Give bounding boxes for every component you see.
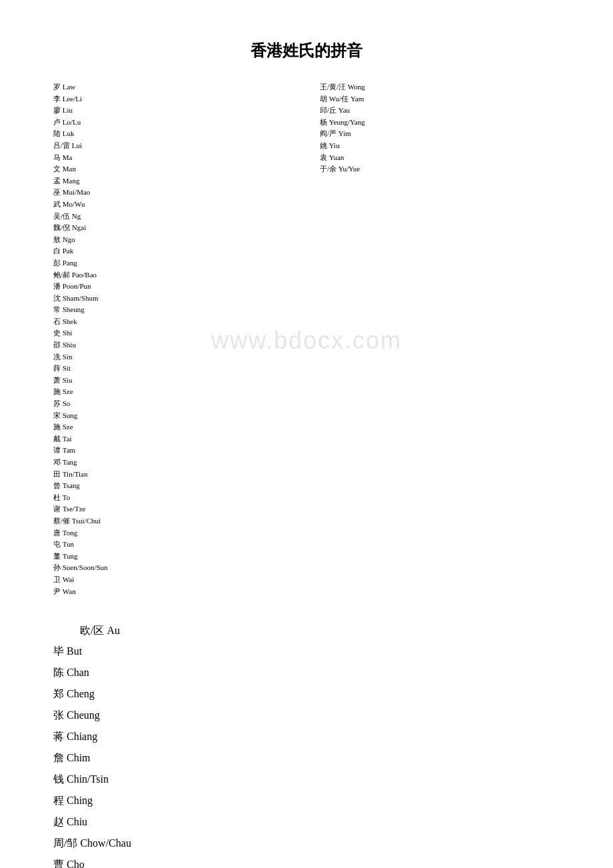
list-item: 杨 Yeung/Yang — [320, 117, 560, 129]
list-item: 沈 Sham/Shum — [53, 293, 293, 305]
top-left-col: 罗 Law李 Lee/Li廖 Liu卢 Lo/Lu陆 Luk吕/雷 Lui马 M… — [53, 81, 293, 597]
list-item: 戴 Tai — [53, 433, 293, 445]
list-item: 程 Ching — [53, 790, 560, 811]
list-item: 蔡/催 Tsui/Chui — [53, 515, 293, 527]
list-item: 姚 Yiu — [320, 140, 560, 152]
large-entries-list: 毕 But陈 Chan郑 Cheng张 Cheung蒋 Chiang詹 Chim… — [53, 641, 560, 868]
list-item: 魏/倪 Ngai — [53, 222, 293, 234]
list-item: 薛 Sit — [53, 363, 293, 375]
list-item: 胡 Wu/任 Yam — [320, 93, 560, 105]
list-item: 屯 Tun — [53, 539, 293, 551]
list-item: 毕 But — [53, 641, 560, 662]
list-item: 常 Sheung — [53, 304, 293, 316]
list-item: 阎/严 Yim — [320, 128, 560, 140]
page-title: 香港姓氏的拼音 — [53, 40, 560, 61]
list-item: 詹 Chim — [53, 747, 560, 769]
list-item: 潘 Poon/Pun — [53, 281, 293, 293]
list-item: 王/黄/汪 Wong — [320, 81, 560, 93]
list-item: 吕/雷 Lui — [53, 140, 293, 152]
list-item: 邱/丘 Yau — [320, 105, 560, 117]
list-item: 施 Sze — [53, 421, 293, 433]
list-item: 邓 Tang — [53, 457, 293, 469]
large-entries-header: 欧/区 Au — [80, 624, 560, 638]
list-item: 冼 Sin — [53, 351, 293, 363]
list-item: 蒋 Chiang — [53, 726, 560, 747]
list-item: 文 Man — [53, 163, 293, 175]
list-item: 赵 Chiu — [53, 811, 560, 833]
list-item: 马 Ma — [53, 152, 293, 164]
list-item: 武 Mo/Wu — [53, 199, 293, 211]
list-item: 杜 To — [53, 492, 293, 504]
list-item: 于/余 Yu/Yue — [320, 163, 560, 175]
list-item: 董 Tung — [53, 551, 293, 563]
list-item: 袁 Yuan — [320, 152, 560, 164]
list-item: 卫 Wai — [53, 574, 293, 586]
top-right-col: 王/黄/汪 Wong胡 Wu/任 Yam邱/丘 Yau杨 Yeung/Yang阎… — [320, 81, 560, 597]
list-item: 曾 Tsang — [53, 480, 293, 492]
list-item: 卢 Lo/Lu — [53, 117, 293, 129]
list-item: 宋 Sung — [53, 410, 293, 422]
list-item: 吴/伍 Ng — [53, 211, 293, 223]
list-item: 苏 So — [53, 398, 293, 410]
list-item: 孟 Mang — [53, 175, 293, 187]
list-item: 张 Cheung — [53, 705, 560, 726]
list-item: 施 Sze — [53, 386, 293, 398]
list-item: 石 Shek — [53, 316, 293, 328]
list-item: 巫 Mui/Mao — [53, 187, 293, 199]
list-item: 陆 Luk — [53, 128, 293, 140]
list-item: 唐 Tong — [53, 527, 293, 539]
list-item: 钱 Chin/Tsin — [53, 769, 560, 790]
list-item: 孙 Suen/Soon/Sun — [53, 562, 293, 574]
list-item: 谭 Tam — [53, 445, 293, 457]
list-item: 萧 Siu — [53, 375, 293, 387]
list-item: 彭 Pang — [53, 257, 293, 269]
list-item: 曹 Cho — [53, 854, 560, 868]
list-item: 邵 Shiu — [53, 339, 293, 351]
list-item: 史 Shi — [53, 327, 293, 339]
list-item: 周/邹 Chow/Chau — [53, 833, 560, 854]
list-item: 田 Tin/Tian — [53, 469, 293, 481]
list-item: 罗 Law — [53, 81, 293, 93]
list-item: 陈 Chan — [53, 662, 560, 683]
page-container: 香港姓氏的拼音 罗 Law李 Lee/Li廖 Liu卢 Lo/Lu陆 Luk吕/… — [0, 0, 613, 868]
list-item: 谢 Tse/Tze — [53, 503, 293, 515]
list-item: 鲍/郝 Pao/Bao — [53, 269, 293, 281]
list-item: 敖 Ngo — [53, 234, 293, 246]
list-item: 尹 Wan — [53, 586, 293, 598]
top-two-column: 罗 Law李 Lee/Li廖 Liu卢 Lo/Lu陆 Luk吕/雷 Lui马 M… — [53, 81, 560, 597]
list-item: 李 Lee/Li — [53, 93, 293, 105]
list-item: 郑 Cheng — [53, 683, 560, 705]
list-item: 白 Pak — [53, 245, 293, 257]
list-item: 廖 Liu — [53, 105, 293, 117]
